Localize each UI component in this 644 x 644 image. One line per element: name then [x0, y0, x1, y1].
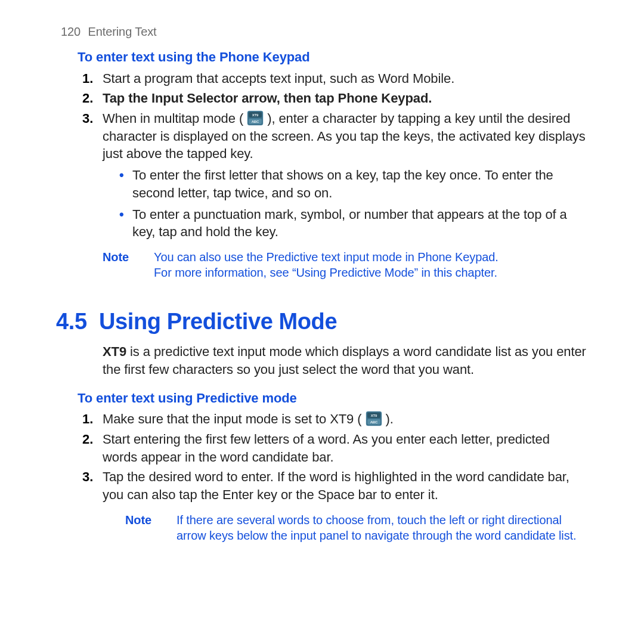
step-1: 1. Start a program that accepts text inp…: [103, 70, 588, 88]
note-label: Note: [125, 512, 177, 543]
step-number: 2.: [82, 89, 93, 107]
note-predictive: Note If there are several words to choos…: [125, 512, 588, 543]
page-title: Entering Text: [88, 25, 156, 38]
step-text: Make sure that the input mode is set to …: [103, 411, 394, 426]
step-3: 3. When in multitap mode ( XT9ABC ), ent…: [103, 110, 588, 241]
step-2: 2. Tap the Input Selector arrow, then ta…: [103, 89, 588, 107]
step-number: 1.: [82, 410, 93, 428]
section-number: 4.5: [56, 306, 99, 337]
page-number: 120: [61, 24, 85, 40]
step-text: Tap the desired word to enter. If the wo…: [103, 469, 569, 502]
step-number: 2.: [82, 431, 93, 448]
note-text: You can also use the Predictive text inp…: [154, 249, 588, 280]
subheading-predictive: To enter text using Predictive mode: [78, 389, 588, 407]
svg-text:XT9: XT9: [370, 414, 377, 417]
step-text: Tap the Input Selector arrow, then tap P…: [103, 91, 432, 106]
step-text: When in multitap mode ( XT9ABC ), enter …: [103, 111, 586, 161]
note-text: If there are several words to choose fro…: [177, 512, 588, 543]
steps-phone-keypad: 1. Start a program that accepts text inp…: [103, 70, 588, 241]
step-number: 3.: [82, 468, 93, 486]
sub-bullets: To enter the first letter that shows on …: [119, 166, 588, 241]
note-label: Note: [103, 249, 154, 280]
step-number: 1.: [82, 70, 93, 88]
xt9-mode-icon: XT9ABC: [247, 110, 264, 126]
subheading-phone-keypad: To enter text using the Phone Keypad: [78, 48, 588, 66]
steps-predictive: 1. Make sure that the input mode is set …: [103, 410, 588, 503]
svg-text:XT9: XT9: [252, 113, 259, 117]
section-intro: XT9 is a predictive text input mode whic…: [103, 343, 588, 378]
bullet-first-letter: To enter the first letter that shows on …: [119, 166, 588, 202]
section-name: Using Predictive Mode: [99, 309, 337, 334]
step-1: 1. Make sure that the input mode is set …: [103, 410, 588, 428]
svg-text:ABC: ABC: [252, 120, 259, 123]
step-text: Start entering the first few letters of …: [103, 432, 550, 465]
step-2: 2. Start entering the first few letters …: [103, 431, 588, 466]
xt9-mode-icon: XT9ABC: [366, 411, 382, 426]
page-header: 120 Entering Text: [56, 24, 588, 40]
step-text: Start a program that accepts text input,…: [103, 71, 454, 86]
section-4-5-title: 4.5Using Predictive Mode: [56, 306, 588, 337]
step-number: 3.: [82, 110, 93, 128]
svg-text:ABC: ABC: [370, 420, 377, 424]
bullet-punctuation: To enter a punctuation mark, symbol, or …: [119, 206, 588, 241]
step-3: 3. Tap the desired word to enter. If the…: [103, 468, 588, 503]
note-phone-keypad: Note You can also use the Predictive tex…: [103, 249, 588, 280]
